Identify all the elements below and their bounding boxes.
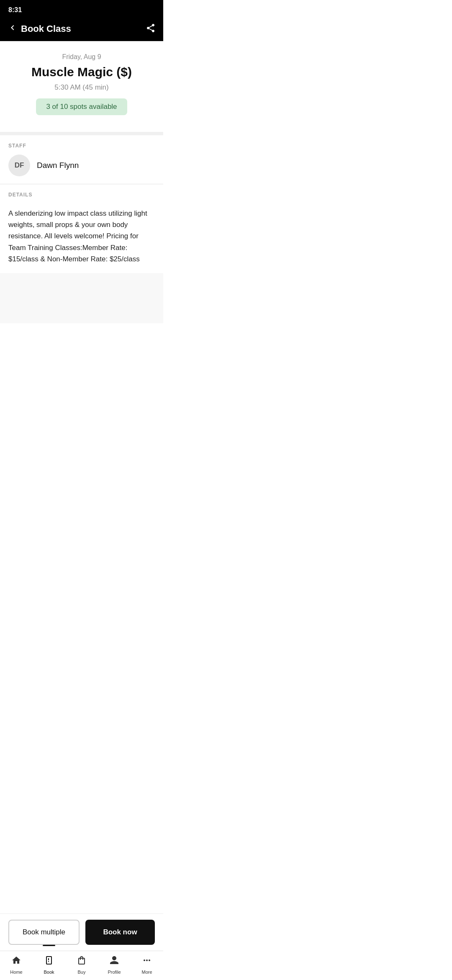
bottom-spacer	[0, 273, 163, 323]
staff-row: DF Dawn Flynn	[8, 155, 155, 176]
back-arrow-icon	[8, 23, 18, 35]
section-divider-1	[0, 132, 163, 135]
class-name: Muscle Magic ($)	[8, 65, 155, 79]
share-button[interactable]	[146, 23, 156, 35]
details-section: DETAILS	[0, 184, 163, 208]
status-time: 8:31	[8, 6, 22, 14]
spots-badge: 3 of 10 spots available	[36, 98, 127, 115]
class-time: 5:30 AM (45 min)	[8, 83, 155, 92]
staff-section-label: STAFF	[8, 143, 155, 149]
class-header: Friday, Aug 9 Muscle Magic ($) 5:30 AM (…	[0, 41, 163, 124]
class-date: Friday, Aug 9	[8, 53, 155, 61]
details-section-label: DETAILS	[8, 192, 155, 198]
status-bar: 8:31	[0, 0, 163, 18]
page-title: Book Class	[21, 23, 71, 34]
back-button[interactable]: Book Class	[8, 23, 71, 35]
staff-section: STAFF DF Dawn Flynn	[0, 135, 163, 184]
top-nav: Book Class	[0, 18, 163, 41]
staff-avatar: DF	[8, 155, 30, 176]
details-text: A slenderizing low impact class utilizin…	[0, 208, 163, 273]
staff-name: Dawn Flynn	[37, 161, 79, 170]
